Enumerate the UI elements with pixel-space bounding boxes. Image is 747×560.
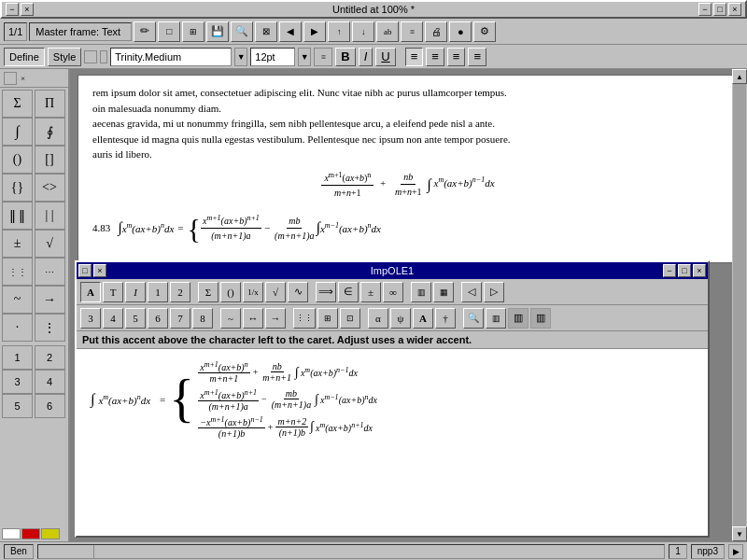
im-wave-btn[interactable]: ~ (220, 308, 241, 329)
impole-content[interactable]: ∫ xm(ax+b)ndx = { xm+1(ax+b)n m+n+1 + (77, 349, 708, 536)
im-pm-btn[interactable]: ± (360, 282, 381, 302)
im-dagger-btn[interactable]: † (435, 308, 456, 329)
num-4[interactable]: 4 (35, 370, 65, 394)
sym-plusminus[interactable]: ± (2, 230, 33, 258)
num-6[interactable]: 6 (35, 394, 65, 418)
align-center-btn[interactable]: ≡ (426, 48, 444, 66)
im-8-btn[interactable]: 8 (192, 308, 213, 329)
minimize-btn[interactable]: − (698, 3, 712, 16)
im-sigma-btn[interactable]: Σ (198, 282, 218, 302)
sym-contour[interactable]: ∮ (35, 118, 65, 146)
im-next-btn[interactable]: ▷ (484, 282, 504, 302)
sym-bracket[interactable]: [] (35, 146, 65, 174)
scroll-up-btn[interactable]: ▲ (732, 69, 747, 84)
im-grid-btn1[interactable]: ▥ (411, 282, 431, 302)
close-btn[interactable]: × (728, 3, 741, 16)
tb-up-btn[interactable]: ↑ (328, 21, 350, 42)
num-3[interactable]: 3 (2, 370, 33, 394)
sym-vdots[interactable]: ⋮ (35, 314, 65, 342)
im-tilde-btn[interactable]: ∿ (288, 282, 308, 302)
impole-close-btn2[interactable]: × (93, 264, 106, 277)
im-3-btn[interactable]: 3 (80, 308, 101, 329)
scroll-track[interactable] (733, 84, 746, 526)
tb-save-btn[interactable]: 💾 (206, 21, 229, 42)
sym-paren[interactable]: () (2, 146, 33, 174)
align-right-btn[interactable]: ≡ (447, 48, 466, 66)
im-in-btn[interactable]: ∈ (338, 282, 359, 302)
tb-down-btn[interactable]: ↓ (352, 21, 374, 42)
im-5-btn[interactable]: 5 (125, 308, 146, 329)
im-arrow-btn[interactable]: ⟹ (316, 282, 336, 302)
sym-angle[interactable]: <> (35, 174, 65, 202)
im-bigA-btn[interactable]: A (413, 308, 433, 329)
im-box-btn[interactable]: ⊡ (340, 308, 360, 329)
sym-integral[interactable]: ∫ (2, 118, 33, 146)
underline-btn[interactable]: U (375, 48, 395, 66)
im-dots-btn[interactable]: ⋮⋮ (293, 308, 316, 329)
impole-max-btn[interactable]: □ (678, 264, 691, 277)
sym-sqrt[interactable]: √ (35, 230, 65, 258)
sym-double-bar[interactable]: | | (35, 202, 65, 230)
sym-dots-h[interactable]: ⋯ (35, 258, 65, 286)
tb-x-btn[interactable]: ⊠ (255, 21, 277, 42)
font-dropdown-btn[interactable]: ▼ (234, 48, 247, 66)
tb-grid-btn[interactable]: ⊞ (182, 21, 204, 42)
tb-circle-btn[interactable]: ● (449, 21, 472, 42)
num-2[interactable]: 2 (35, 345, 65, 370)
scroll-right-btn[interactable]: ▶ (728, 544, 743, 559)
im-4-btn[interactable]: 4 (103, 308, 123, 329)
window-menu-btn[interactable]: − (6, 3, 19, 16)
document-page[interactable]: rem ipsum dolor sit amet, consectetuer a… (78, 75, 740, 263)
swatch-white[interactable] (2, 528, 21, 539)
impole-menu-btn[interactable]: □ (78, 264, 92, 277)
impole-min-btn[interactable]: − (663, 264, 676, 277)
size-dropdown-btn[interactable]: ▼ (298, 48, 311, 66)
sym-brace[interactable]: {} (2, 174, 33, 202)
sym-tilde[interactable]: ~ (2, 286, 33, 314)
im-7-btn[interactable]: 7 (170, 308, 190, 329)
sym-pi[interactable]: Π (35, 90, 65, 118)
sym-norm[interactable]: ‖ ‖ (2, 202, 33, 230)
im-cross-btn[interactable]: ⊞ (317, 308, 338, 329)
scroll-down-btn[interactable]: ▼ (732, 526, 747, 541)
im-A-btn[interactable]: A (80, 282, 101, 302)
sym-dots-v[interactable]: ⋮⋮ (2, 258, 33, 286)
im-1-btn[interactable]: 1 (148, 282, 168, 302)
impole-close-btn[interactable]: × (693, 264, 706, 277)
im-italic-btn[interactable]: I (125, 282, 146, 302)
tb-pencil-btn[interactable]: ✏ (134, 21, 156, 42)
tb-text-btn[interactable]: ab (376, 21, 399, 42)
panel-close[interactable]: × (21, 74, 25, 83)
master-frame[interactable]: Master frame: Text (29, 22, 132, 41)
im-zoom-btn[interactable]: 🔍 (463, 308, 484, 329)
swatch-yellow[interactable] (41, 528, 60, 539)
im-frac-btn[interactable]: 1/x (243, 282, 263, 302)
im-alpha-btn[interactable]: α (368, 308, 388, 329)
im-paren-btn[interactable]: () (220, 282, 241, 302)
align-left-btn[interactable]: ≡ (405, 48, 424, 66)
tb-frame-btn[interactable]: □ (158, 21, 180, 42)
tb-settings-btn[interactable]: ⚙ (473, 21, 496, 42)
im-T-btn[interactable]: T (103, 282, 123, 302)
maximize-btn[interactable]: □ (713, 3, 726, 16)
im-prev-btn[interactable]: ◁ (461, 282, 482, 302)
align-justify-btn[interactable]: ≡ (468, 48, 486, 66)
italic-btn[interactable]: I (359, 48, 374, 66)
tb-next-btn[interactable]: ▶ (303, 21, 326, 42)
im-grid-btn3[interactable]: ▥ (486, 308, 506, 329)
im-sqrt-btn[interactable]: √ (265, 282, 286, 302)
window-close-btn2[interactable]: × (21, 3, 34, 16)
sym-dot[interactable]: · (2, 314, 33, 342)
im-psi-btn[interactable]: ψ (390, 308, 411, 329)
define-btn[interactable]: Define (4, 48, 45, 66)
tb-print-btn[interactable]: 🖨 (425, 21, 447, 42)
sym-sigma[interactable]: Σ (2, 90, 33, 118)
num-1[interactable]: 1 (2, 345, 33, 370)
tb-zoom-btn[interactable]: 🔍 (231, 21, 253, 42)
font-option-btn[interactable]: ≡ (314, 48, 332, 66)
im-2-btn[interactable]: 2 (170, 282, 190, 302)
font-size[interactable]: 12pt (250, 48, 295, 66)
sym-arrow[interactable]: → (35, 286, 65, 314)
tb-para-btn[interactable]: ≡ (401, 21, 423, 42)
swatch-red[interactable] (21, 528, 40, 539)
